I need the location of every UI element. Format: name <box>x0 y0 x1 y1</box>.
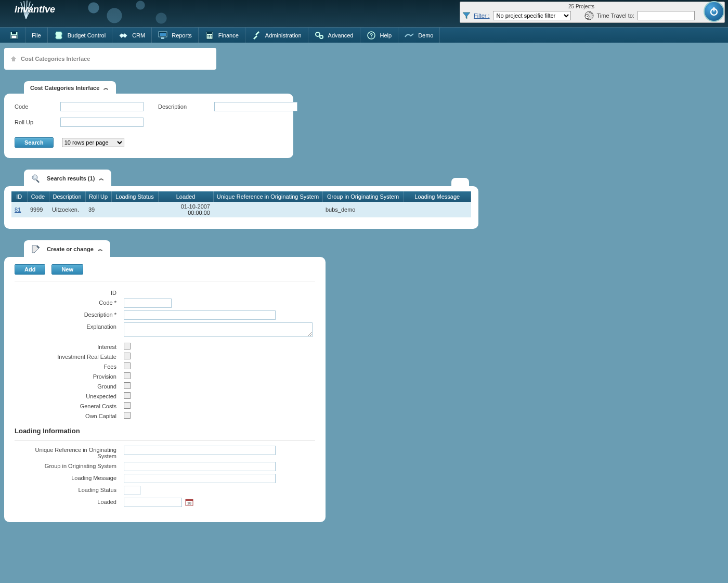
save-icon <box>9 31 19 40</box>
interest-checkbox[interactable] <box>124 343 131 349</box>
svg-point-16 <box>209 36 210 37</box>
menu-file[interactable]: File <box>25 28 48 43</box>
row-loading-status <box>111 202 158 217</box>
results-table: ID Code Description Roll Up Loading Stat… <box>11 191 471 217</box>
svg-point-14 <box>211 35 212 36</box>
row-code: 9999 <box>27 202 49 217</box>
form-panel: Add New ID Code * Description * Explanat… <box>4 257 326 522</box>
id-label: ID <box>15 289 124 296</box>
magnifier-icon <box>30 173 42 184</box>
collapse-icon: ︽ <box>99 175 104 182</box>
form-loading-status-input[interactable] <box>124 486 140 495</box>
code-label: Code * <box>15 299 124 306</box>
group-label: Group in Originating System <box>15 462 124 469</box>
svg-point-19 <box>320 35 323 38</box>
description-label: Description <box>158 103 205 110</box>
search-panel: Code Description Roll Up Search 10 rows … <box>4 94 293 158</box>
search-button[interactable]: Search <box>15 137 54 148</box>
table-row[interactable]: 81 9999 Uitzoeken. 39 01-10-2007 00:00:0… <box>11 202 471 217</box>
col-unique-ref[interactable]: Unique Reference in Originating System <box>213 191 322 202</box>
loading-message-label: Loading Message <box>15 474 124 481</box>
col-group[interactable]: Group in Originating System <box>322 191 404 202</box>
svg-rect-26 <box>186 499 193 501</box>
time-travel-input[interactable] <box>638 11 695 20</box>
demo-icon <box>405 31 414 40</box>
menu-finance[interactable]: Finance <box>199 28 245 43</box>
interest-label: Interest <box>15 343 124 350</box>
main-menubar: File Budget Control CRM Reports Finance … <box>0 27 728 43</box>
menu-budget-control[interactable]: Budget Control <box>48 28 112 43</box>
provision-checkbox[interactable] <box>124 372 131 379</box>
header-controls: 25 Projects Filter : No project specific… <box>460 2 725 23</box>
explanation-label: Explanation <box>15 322 124 330</box>
fees-checkbox[interactable] <box>124 362 131 369</box>
general-costs-checkbox[interactable] <box>124 402 131 409</box>
svg-point-18 <box>316 32 320 36</box>
col-loading-status[interactable]: Loading Status <box>111 191 158 202</box>
help-icon: ? <box>367 31 376 40</box>
col-rollup[interactable]: Roll Up <box>85 191 111 202</box>
form-loaded-input[interactable] <box>124 498 182 507</box>
globe-clock-icon <box>584 11 594 20</box>
filter-link[interactable]: Filter : <box>474 12 490 19</box>
rollup-input[interactable] <box>60 118 144 127</box>
power-icon <box>709 6 719 17</box>
breadcrumb: Cost Categories Interface <box>4 48 216 70</box>
monitor-icon <box>158 31 167 40</box>
svg-text:?: ? <box>369 33 372 38</box>
menu-disk[interactable] <box>3 28 25 43</box>
budget-icon <box>54 31 63 40</box>
menu-help[interactable]: ? Help <box>360 28 399 43</box>
add-button[interactable]: Add <box>15 264 45 275</box>
svg-rect-5 <box>12 32 16 34</box>
menu-crm[interactable]: CRM <box>112 28 152 43</box>
collapse-icon: ︽ <box>98 245 103 253</box>
top-header: invantive 25 Projects Filter : No projec… <box>0 0 728 27</box>
form-loading-message-input[interactable] <box>124 474 276 483</box>
own-capital-checkbox[interactable] <box>124 412 131 419</box>
unexpected-checkbox[interactable] <box>124 392 131 399</box>
calendar-icon[interactable]: 18 <box>185 498 193 506</box>
form-unique-ref-input[interactable] <box>124 446 276 455</box>
svg-rect-8 <box>160 33 166 36</box>
general-costs-label: General Costs <box>15 402 124 409</box>
svg-point-12 <box>207 35 209 36</box>
power-button[interactable] <box>704 1 726 24</box>
row-id-link[interactable]: 81 <box>15 206 21 213</box>
form-explanation-input[interactable] <box>124 322 313 337</box>
investment-checkbox[interactable] <box>124 353 131 359</box>
row-group: bubs_demo <box>322 202 404 217</box>
description-input[interactable] <box>214 102 297 111</box>
new-button[interactable]: New <box>51 264 83 275</box>
menu-administration[interactable]: Administration <box>245 28 308 43</box>
search-section-tab[interactable]: Cost Categories Interface ︽ <box>24 81 116 95</box>
row-description: Uitzoeken. <box>49 202 85 217</box>
col-loaded[interactable]: Loaded <box>158 191 213 202</box>
col-code[interactable]: Code <box>27 191 49 202</box>
investment-label: Investment Real Estate <box>15 353 124 360</box>
col-id[interactable]: ID <box>11 191 27 202</box>
rows-per-page-select[interactable]: 10 rows per page <box>62 138 124 147</box>
edit-icon <box>30 243 42 255</box>
col-description[interactable]: Description <box>49 191 85 202</box>
form-description-input[interactable] <box>124 310 276 320</box>
col-loading-message[interactable]: Loading Message <box>404 191 471 202</box>
loaded-label: Loaded <box>15 498 124 505</box>
row-unique-ref <box>213 202 322 217</box>
form-section-tab[interactable]: Create or change ︽ <box>24 240 110 258</box>
ground-checkbox[interactable] <box>124 382 131 389</box>
code-input[interactable] <box>60 102 144 111</box>
collapse-icon: ︽ <box>103 84 109 92</box>
results-section-tab[interactable]: Search results (1) ︽ <box>24 170 111 187</box>
time-travel-label: Time Travel to: <box>597 12 634 19</box>
svg-rect-9 <box>161 37 164 39</box>
provision-label: Provision <box>15 372 124 380</box>
form-group-input[interactable] <box>124 462 276 471</box>
svg-point-15 <box>207 36 209 37</box>
menu-advanced[interactable]: Advanced <box>308 28 360 43</box>
menu-demo[interactable]: Demo <box>398 28 440 43</box>
form-code-input[interactable] <box>124 299 172 308</box>
rollup-label: Roll Up <box>15 119 51 125</box>
project-filter-select[interactable]: No project specific filter <box>493 11 571 20</box>
menu-reports[interactable]: Reports <box>152 28 199 43</box>
